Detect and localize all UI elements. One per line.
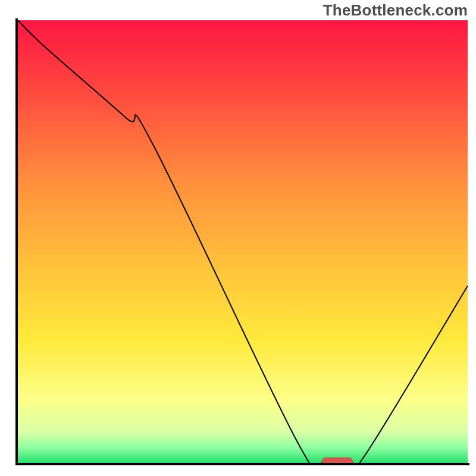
plot-area [18,20,468,472]
gradient-background [18,20,468,463]
bottleneck-chart [0,0,476,476]
chart-container: TheBottleneck.com [0,0,476,476]
watermark-text: TheBottleneck.com [323,1,468,20]
